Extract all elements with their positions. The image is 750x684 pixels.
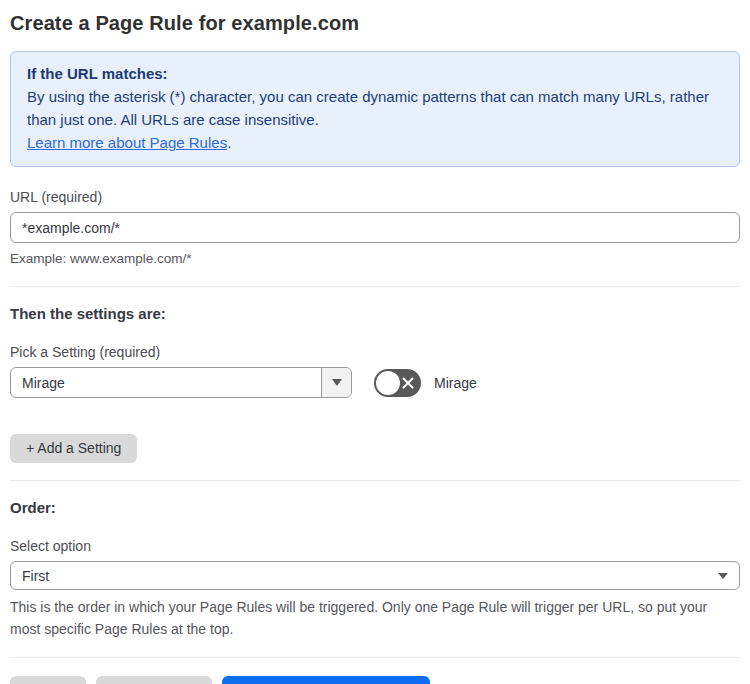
settings-section-heading: Then the settings are: [10,305,740,322]
chevron-down-icon [332,379,342,386]
toggle-knob [376,371,400,395]
info-box-body: By using the asterisk (*) character, you… [27,85,723,131]
mirage-toggle-group: Mirage [374,369,477,397]
link-period: . [227,134,231,151]
order-helper-text: This is the order in which your Page Rul… [10,596,730,640]
setting-select-value: Mirage [11,368,321,397]
save-as-draft-button[interactable]: Save as Draft [96,676,213,684]
setting-select[interactable]: Mirage [10,367,352,398]
cancel-button[interactable]: Cancel [10,676,86,684]
setting-select-arrow-button[interactable] [321,368,351,397]
mirage-toggle[interactable] [374,369,421,397]
url-input[interactable] [10,212,740,243]
info-box-heading: If the URL matches: [27,62,723,85]
x-icon [402,377,414,389]
divider [10,286,740,287]
url-match-info-box: If the URL matches: By using the asteris… [10,51,740,167]
divider [10,657,740,658]
save-and-deploy-button[interactable]: Save and Deploy Page Rule [222,676,430,684]
select-option-label: Select option [10,538,740,554]
chevron-down-icon [718,573,728,579]
url-field-label: URL (required) [10,189,740,205]
page-title: Create a Page Rule for example.com [10,12,740,35]
order-select[interactable]: First [10,561,740,590]
learn-more-link[interactable]: Learn more about Page Rules [27,134,227,151]
setting-row: Mirage Mirage [10,367,740,398]
toggle-label: Mirage [434,375,477,391]
footer-actions: Cancel Save as Draft Save and Deploy Pag… [10,676,740,684]
info-box-link-line: Learn more about Page Rules. [27,131,723,154]
pick-setting-label: Pick a Setting (required) [10,344,740,360]
url-helper-text: Example: www.example.com/* [10,249,740,269]
divider [10,480,740,481]
order-select-value: First [22,568,49,584]
order-section-heading: Order: [10,499,740,516]
add-setting-button[interactable]: + Add a Setting [10,434,137,463]
